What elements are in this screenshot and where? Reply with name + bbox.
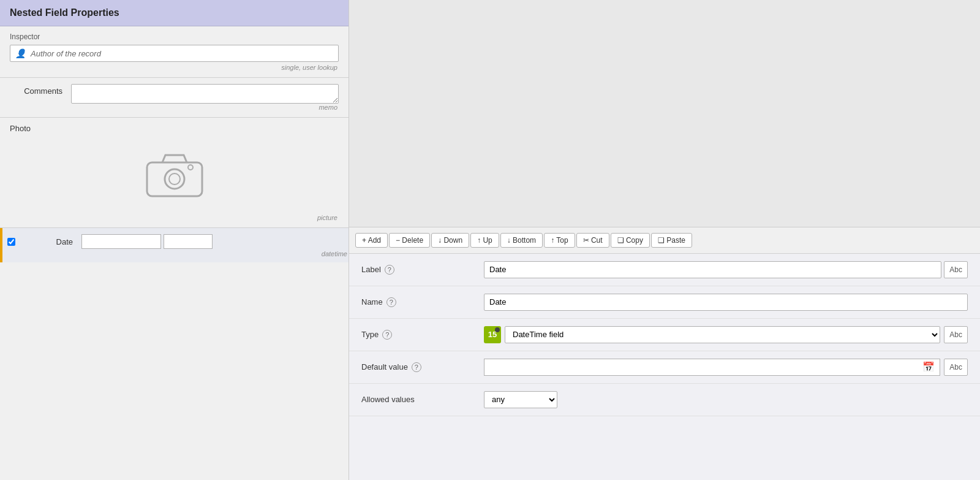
picture-hint: picture xyxy=(10,214,339,221)
date-row: Date xyxy=(0,228,349,249)
label-input-group: Abc xyxy=(484,261,968,278)
allowed-values-select[interactable]: any future only past only xyxy=(484,391,557,408)
photo-section: Photo picture xyxy=(0,118,349,228)
top-button[interactable]: ↑ Top xyxy=(544,233,575,248)
inspector-field-value: Author of the record xyxy=(31,49,101,58)
type-abc-btn[interactable]: Abc xyxy=(944,326,968,343)
name-help-icon[interactable]: ? xyxy=(386,297,396,307)
inspector-field[interactable]: 👤 Author of the record xyxy=(10,45,339,62)
cut-button[interactable]: ✂ Cut xyxy=(576,233,609,248)
datetime-type-icon: 15 xyxy=(484,326,501,343)
default-abc-btn[interactable]: Abc xyxy=(944,359,968,376)
type-select-wrapper: 15 DateTime field Abc xyxy=(484,326,968,343)
add-button[interactable]: + Add xyxy=(355,233,388,248)
default-value-input-group: 📅 Abc xyxy=(484,359,968,376)
svg-rect-0 xyxy=(147,162,202,196)
date-checkbox[interactable] xyxy=(7,238,15,246)
svg-point-3 xyxy=(188,165,193,170)
left-panel: Nested Field Properties Inspector 👤 Auth… xyxy=(0,0,349,480)
up-button[interactable]: ↑ Up xyxy=(470,233,499,248)
toolbar-strip: + Add − Delete ↓ Down ↑ Up ↓ Bottom ↑ To… xyxy=(349,227,980,254)
label-abc-btn[interactable]: Abc xyxy=(944,261,968,278)
type-prop-label: Type ? xyxy=(361,330,484,340)
bottom-button[interactable]: ↓ Bottom xyxy=(500,233,543,248)
default-value-label: Default value ? xyxy=(361,362,484,372)
inspector-section: Inspector 👤 Author of the record single,… xyxy=(0,26,349,78)
delete-button[interactable]: − Delete xyxy=(389,233,430,248)
svg-point-1 xyxy=(165,169,184,189)
copy-button[interactable]: ❑ Copy xyxy=(611,233,650,248)
down-button[interactable]: ↓ Down xyxy=(431,233,469,248)
default-input[interactable]: 📅 xyxy=(484,359,940,376)
date-label: Date xyxy=(20,237,81,246)
name-input[interactable] xyxy=(484,294,968,311)
allowed-values-label: Allowed values xyxy=(361,395,484,404)
date-input-group xyxy=(81,234,213,249)
label-help-icon[interactable]: ? xyxy=(385,265,394,275)
right-top-area xyxy=(349,0,980,227)
inspector-type-hint: single, user lookup xyxy=(10,64,339,71)
default-value-help-icon[interactable]: ? xyxy=(412,362,421,372)
panel-title: Nested Field Properties xyxy=(0,0,349,26)
photo-label: Photo xyxy=(10,124,339,133)
photo-placeholder xyxy=(10,138,339,211)
right-panel: + Add − Delete ↓ Down ↑ Up ↓ Bottom ↑ To… xyxy=(349,0,980,480)
label-prop-label: Label ? xyxy=(361,265,484,275)
inspector-label: Inspector xyxy=(10,32,339,41)
properties-panel: Label ? Abc Name ? Type xyxy=(349,254,980,481)
label-input[interactable] xyxy=(484,261,941,278)
date-input[interactable] xyxy=(81,234,161,249)
type-help-icon[interactable]: ? xyxy=(382,330,392,340)
calendar-icon: 📅 xyxy=(922,361,935,373)
default-value-row: Default value ? 📅 Abc xyxy=(349,351,980,384)
datetime-hint: datetime xyxy=(0,249,349,262)
comments-label: Comments xyxy=(10,84,71,96)
type-row: Type ? 15 DateTime field Abc xyxy=(349,319,980,351)
comments-textarea[interactable] xyxy=(71,84,339,104)
memo-hint: memo xyxy=(71,104,339,111)
type-select[interactable]: DateTime field xyxy=(505,326,940,343)
allowed-values-row: Allowed values any future only past only xyxy=(349,384,980,416)
name-row: Name ? xyxy=(349,286,980,319)
camera-icon xyxy=(144,150,205,199)
name-prop-label: Name ? xyxy=(361,297,484,307)
label-row: Label ? Abc xyxy=(349,254,980,286)
time-input[interactable] xyxy=(164,234,213,249)
type-icon-dot xyxy=(495,327,500,332)
person-icon: 👤 xyxy=(15,48,26,58)
paste-button[interactable]: ❑ Paste xyxy=(651,233,692,248)
comments-section: Comments memo xyxy=(0,78,349,118)
svg-point-2 xyxy=(169,173,180,185)
